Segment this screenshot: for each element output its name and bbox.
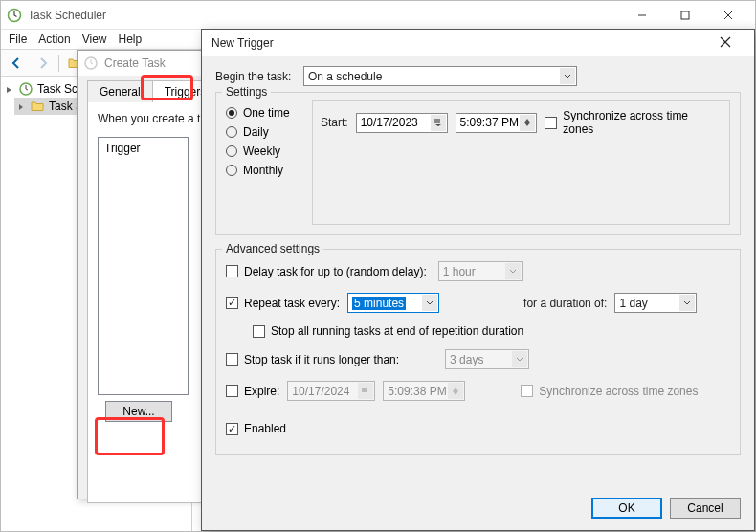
calendar-drop-icon <box>358 383 373 399</box>
sync-tz2-label: Synchronize across time zones <box>539 385 698 398</box>
start-panel: Start: 10/17/2023 5:09:37 PM Synchronize… <box>312 100 730 225</box>
stop-longer-check[interactable]: Stop task if it runs longer than: <box>226 353 399 366</box>
repeat-check[interactable]: Repeat task every: <box>226 297 340 310</box>
cancel-label: Cancel <box>687 501 723 515</box>
checkbox-icon <box>226 265 238 277</box>
radio-weekly-label: Weekly <box>243 144 280 158</box>
stop-all-label: Stop all running tasks at end of repetit… <box>271 324 523 338</box>
radio-icon <box>226 126 237 138</box>
schedule-radios: One time Daily Weekly Monthly <box>226 100 302 225</box>
minimize-button[interactable] <box>620 2 663 29</box>
chevron-down-icon <box>560 68 575 84</box>
begin-task-label: Begin the task: <box>215 70 296 83</box>
expire-check[interactable]: Expire: <box>226 385 279 398</box>
repeat-label: Repeat task every: <box>244 297 340 310</box>
maximize-button[interactable] <box>663 2 706 29</box>
begin-task-value: On a schedule <box>308 70 382 83</box>
stop-all-check[interactable]: Stop all running tasks at end of repetit… <box>253 324 523 338</box>
expander-icon[interactable] <box>16 101 26 111</box>
radio-monthly[interactable]: Monthly <box>226 164 302 177</box>
start-time-picker[interactable]: 5:09:37 PM <box>456 113 538 133</box>
radio-daily[interactable]: Daily <box>226 125 302 139</box>
new-trigger-button[interactable]: New... <box>105 401 172 422</box>
radio-monthly-label: Monthly <box>243 164 283 177</box>
duration-label: for a duration of: <box>523 297 607 310</box>
expander-icon[interactable] <box>5 84 14 94</box>
checkbox-icon <box>253 325 265 338</box>
start-time-value: 5:09:37 PM <box>460 116 519 129</box>
delay-check[interactable]: Delay task for up to (random delay): <box>226 265 427 278</box>
calendar-drop-icon[interactable] <box>431 115 446 131</box>
delay-combo: 1 hour <box>438 261 523 281</box>
expire-time-value: 5:09:38 PM <box>388 385 446 398</box>
new-trigger-title: New Trigger <box>211 36 706 50</box>
trigger-list[interactable]: Trigger <box>98 137 189 395</box>
stop-longer-value: 3 days <box>450 353 483 366</box>
spinner-icon <box>448 383 463 399</box>
menu-view[interactable]: View <box>82 33 107 46</box>
sync-tz2-check: Synchronize across time zones <box>521 385 698 398</box>
back-button[interactable] <box>5 53 28 74</box>
clock-icon <box>18 81 33 97</box>
checkbox-icon <box>545 117 557 129</box>
advanced-legend: Advanced settings <box>222 242 323 255</box>
checkbox-icon <box>226 353 238 366</box>
begin-task-combo[interactable]: On a schedule <box>303 66 577 86</box>
chevron-down-icon <box>505 263 521 279</box>
svg-rect-7 <box>362 388 367 392</box>
tab-general[interactable]: General <box>87 80 153 102</box>
forward-button[interactable] <box>32 53 55 74</box>
folder-icon <box>30 99 45 114</box>
sync-tz-label: Synchronize across time zones <box>563 109 722 136</box>
start-label: Start: <box>321 116 348 129</box>
close-button[interactable] <box>706 36 745 51</box>
checkbox-icon <box>226 385 238 397</box>
delay-label: Delay task for up to (random delay): <box>244 265 427 278</box>
clock-icon <box>7 8 22 23</box>
sync-tz-check[interactable]: Synchronize across time zones <box>545 109 722 136</box>
menu-file[interactable]: File <box>9 33 27 46</box>
enabled-label: Enabled <box>244 422 286 435</box>
spinner-icon[interactable] <box>520 115 535 131</box>
expire-label: Expire: <box>244 385 279 398</box>
new-trigger-titlebar: New Trigger <box>202 30 754 56</box>
radio-weekly[interactable]: Weekly <box>226 144 302 158</box>
app-titlebar: Task Scheduler <box>1 1 755 30</box>
stop-longer-label: Stop task if it runs longer than: <box>244 353 399 366</box>
ok-button[interactable]: OK <box>591 498 662 519</box>
start-date-picker[interactable]: 10/17/2023 <box>356 113 448 133</box>
radio-icon <box>226 145 237 157</box>
expire-time-picker: 5:09:38 PM <box>383 381 465 401</box>
advanced-group: Advanced settings Delay task for up to (… <box>215 249 741 455</box>
new-btn-label: New... <box>122 405 154 418</box>
repeat-value: 5 minutes <box>352 297 406 310</box>
close-button[interactable] <box>706 2 749 29</box>
radio-one-time[interactable]: One time <box>226 106 302 120</box>
svg-rect-1 <box>681 11 689 19</box>
expire-date-value: 10/17/2024 <box>292 385 349 398</box>
menu-help[interactable]: Help <box>119 33 143 46</box>
checkbox-icon <box>226 423 238 435</box>
app-title: Task Scheduler <box>28 9 620 22</box>
checkbox-icon <box>226 297 238 309</box>
tab-general-label: General <box>100 85 141 99</box>
separator <box>58 55 59 72</box>
duration-combo[interactable]: 1 day <box>614 293 697 313</box>
repeat-every-combo[interactable]: 5 minutes <box>347 293 439 313</box>
svg-rect-6 <box>434 119 440 123</box>
radio-one-time-label: One time <box>243 106 290 120</box>
checkbox-icon <box>521 385 533 397</box>
start-date-value: 10/17/2023 <box>361 116 418 129</box>
cancel-button[interactable]: Cancel <box>670 498 741 519</box>
ok-label: OK <box>618 501 634 515</box>
new-trigger-dialog: New Trigger Begin the task: On a schedul… <box>201 29 755 531</box>
enabled-check[interactable]: Enabled <box>226 422 286 435</box>
menu-action[interactable]: Action <box>38 33 70 46</box>
settings-legend: Settings <box>222 85 271 99</box>
radio-icon <box>226 107 237 119</box>
dialog-buttons: OK Cancel <box>591 498 741 519</box>
chevron-down-icon <box>422 295 437 311</box>
create-task-title: Create Task <box>104 56 166 70</box>
delay-value: 1 hour <box>443 265 476 278</box>
radio-icon <box>226 165 237 176</box>
